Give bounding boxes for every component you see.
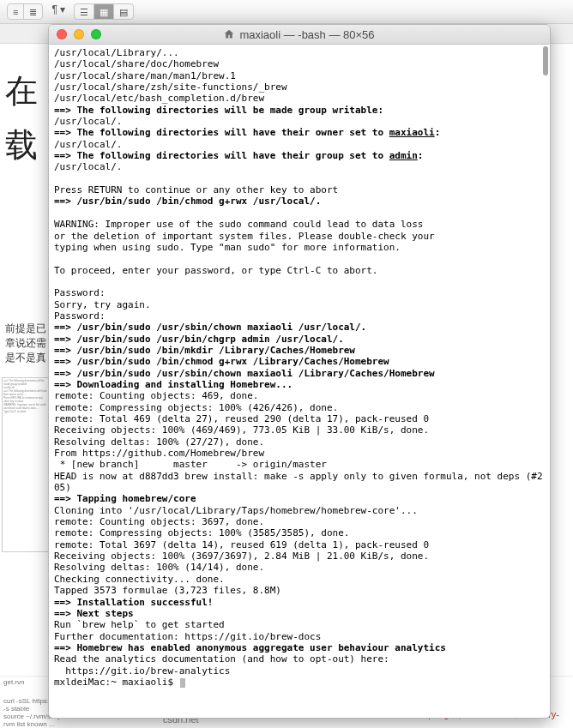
bg-p-c: 是不是真	[5, 352, 46, 364]
bg-seg-view: ☰▦▤	[74, 3, 134, 20]
home-icon	[224, 29, 234, 39]
window-traffic-lights	[49, 29, 101, 39]
bg-seg-align: ≡≣	[7, 3, 43, 20]
bg-rvm: get.rvn	[3, 678, 24, 686]
bg-p-a: 前提是已	[5, 322, 46, 334]
bg-p-b: 章说还需	[5, 337, 46, 349]
terminal-body[interactable]: /usr/local/Library/... /usr/local/share/…	[49, 45, 550, 718]
window-titlebar[interactable]: maxiaoli — -bash — 80×56	[49, 25, 550, 45]
terminal-output[interactable]: /usr/local/Library/... /usr/local/share/…	[49, 45, 550, 689]
terminal-cursor	[180, 678, 185, 688]
zoom-button[interactable]	[91, 29, 101, 39]
bg-thumbnail: ==> The following directories will be ma…	[2, 377, 50, 552]
window-title-text: maxiaoli — -bash — 80×56	[239, 28, 374, 41]
scrollbar-thumb[interactable]	[543, 46, 548, 75]
window-title: maxiaoli — -bash — 80×56	[49, 28, 550, 41]
terminal-window: maxiaoli — -bash — 80×56 /usr/local/Libr…	[48, 24, 551, 719]
close-button[interactable]	[57, 29, 67, 39]
bg-toolbar: ≡≣ ¶ ▾ ☰▦▤	[0, 0, 573, 24]
minimize-button[interactable]	[74, 29, 84, 39]
